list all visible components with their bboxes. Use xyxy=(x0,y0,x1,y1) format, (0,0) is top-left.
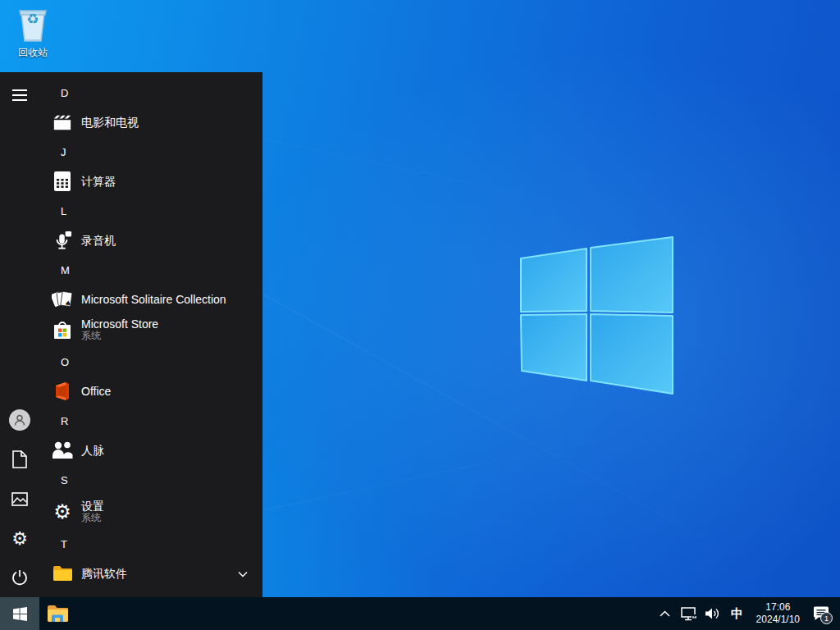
section-letter-o[interactable]: O xyxy=(39,346,262,377)
hamburger-icon xyxy=(12,89,27,101)
power-button[interactable] xyxy=(7,564,33,591)
app-item-microsoft-store[interactable]: Microsoft Store 系统 xyxy=(39,313,262,346)
speaker-icon xyxy=(705,607,720,620)
taskbar: 中 17:06 2024/1/10 1 xyxy=(0,597,840,630)
settings-button[interactable]: ⚙ xyxy=(7,525,33,551)
app-label: 计算器 xyxy=(81,175,116,188)
section-letter-w[interactable]: W xyxy=(39,587,262,597)
solitaire-icon: ♠ xyxy=(52,289,73,310)
pictures-button[interactable] xyxy=(7,486,33,512)
file-explorer-button[interactable] xyxy=(39,597,75,630)
app-sublabel: 系统 xyxy=(81,331,158,342)
app-item-solitaire[interactable]: ♠ Microsoft Solitaire Collection xyxy=(39,285,262,313)
notification-badge: 1 xyxy=(820,612,833,624)
section-letter-l[interactable]: L xyxy=(39,195,262,226)
hamburger-menu-button[interactable] xyxy=(7,82,33,108)
documents-button[interactable] xyxy=(7,446,33,472)
app-item-voice-recorder[interactable]: 录音机 xyxy=(39,226,262,254)
windows-logo xyxy=(520,236,674,395)
app-label: 电影和电视 xyxy=(81,116,139,129)
recycle-bin-desktop-icon[interactable]: ♻ 回收站 xyxy=(7,7,59,66)
section-letter-d[interactable]: D xyxy=(39,77,262,108)
office-icon xyxy=(52,381,73,402)
app-item-settings[interactable]: ⚙ 设置 系统 xyxy=(39,495,262,528)
settings-gear-icon: ⚙ xyxy=(11,528,28,549)
section-letter-t[interactable]: T xyxy=(39,528,262,559)
voice-recorder-icon xyxy=(52,230,73,251)
start-menu: ⚙ D 电影和电视 xyxy=(0,72,262,597)
movies-tv-icon xyxy=(52,112,73,133)
chevron-up-icon xyxy=(660,610,670,617)
app-item-tencent-folder[interactable]: 腾讯软件 xyxy=(39,559,262,587)
clock-time: 17:06 xyxy=(765,601,790,614)
person-icon xyxy=(13,413,26,427)
spade-icon: ♠ xyxy=(64,299,71,308)
start-menu-rail: ⚙ xyxy=(0,72,39,597)
start-button[interactable] xyxy=(0,597,39,630)
app-item-movies-tv[interactable]: 电影和电视 xyxy=(39,108,262,136)
ime-indicator[interactable]: 中 xyxy=(728,606,747,622)
file-explorer-icon xyxy=(47,605,68,623)
people-icon xyxy=(52,440,73,461)
network-icon xyxy=(681,607,697,621)
app-label: 录音机 xyxy=(81,234,116,247)
chevron-down-icon xyxy=(238,566,248,581)
user-account-button[interactable] xyxy=(7,407,33,433)
section-letter-m[interactable]: M xyxy=(39,254,262,285)
app-label: 腾讯软件 xyxy=(81,567,127,580)
clock-date: 2024/1/10 xyxy=(756,614,800,626)
system-tray: 中 17:06 2024/1/10 1 xyxy=(656,597,840,630)
show-hidden-icons-button[interactable] xyxy=(656,597,674,630)
pictures-icon xyxy=(11,492,28,506)
app-label: 设置 xyxy=(81,500,104,513)
desktop-wallpaper: ♻ 回收站 xyxy=(0,0,840,630)
user-avatar xyxy=(9,409,30,431)
settings-icon: ⚙ xyxy=(52,501,73,523)
section-letter-s[interactable]: S xyxy=(39,464,262,495)
section-letter-j[interactable]: J xyxy=(39,136,262,167)
windows-start-icon xyxy=(13,607,27,621)
recycle-bin-icon: ♻ xyxy=(15,7,51,44)
action-center-button[interactable]: 1 xyxy=(809,597,833,630)
store-icon xyxy=(52,319,73,340)
app-item-calculator[interactable]: 计算器 xyxy=(39,167,262,195)
app-label: Microsoft Solitaire Collection xyxy=(81,293,226,306)
recycle-bin-label: 回收站 xyxy=(18,46,48,60)
recycle-symbol-icon: ♻ xyxy=(15,11,51,28)
app-label: Microsoft Store xyxy=(81,317,158,331)
taskbar-clock[interactable]: 17:06 2024/1/10 xyxy=(753,601,803,626)
app-label: Office xyxy=(81,385,111,398)
network-tray-button[interactable] xyxy=(680,597,698,630)
app-sublabel: 系统 xyxy=(81,513,104,524)
app-item-people[interactable]: 人脉 xyxy=(39,436,262,464)
folder-icon xyxy=(52,563,73,584)
calculator-icon xyxy=(52,171,73,192)
power-icon xyxy=(11,569,28,586)
start-menu-app-list: D 电影和电视 J xyxy=(39,72,262,597)
document-icon xyxy=(12,450,27,468)
section-letter-r[interactable]: R xyxy=(39,405,262,436)
app-item-office[interactable]: Office xyxy=(39,377,262,405)
volume-tray-button[interactable] xyxy=(704,597,722,630)
app-label: 人脉 xyxy=(81,444,104,457)
